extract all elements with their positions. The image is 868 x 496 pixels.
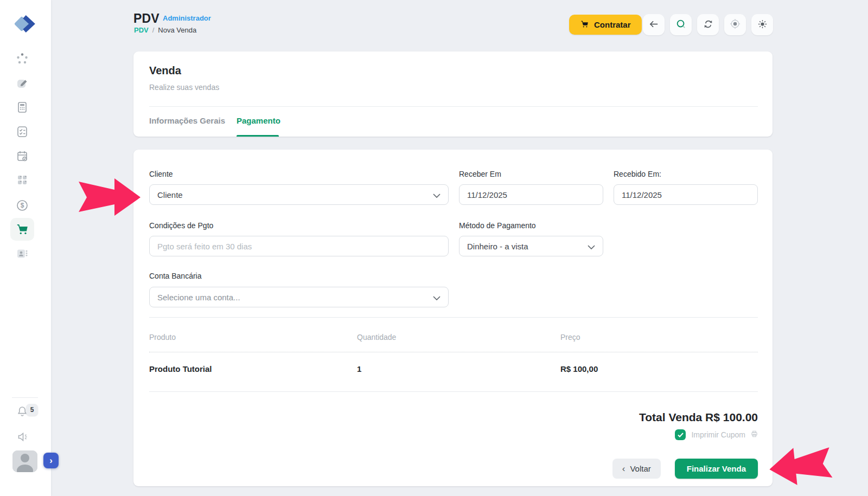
pagamento-form-card: Cliente Cliente Receber Em Recebido Em: … xyxy=(133,150,773,486)
form-actions: ‹ Voltar Finalizar Venda xyxy=(612,459,758,479)
col-header-produto: Produto xyxy=(149,333,176,342)
app-logo-icon[interactable] xyxy=(13,12,37,36)
cart-icon[interactable] xyxy=(10,218,34,241)
chevron-left-icon: ‹ xyxy=(622,463,626,474)
cart-icon xyxy=(580,20,589,30)
col-header-quantidade: Quantidade xyxy=(357,333,396,342)
recebido-em-label: Recebido Em: xyxy=(614,170,661,178)
cliente-select-value: Cliente xyxy=(157,190,183,199)
active-tab-underline xyxy=(237,135,279,137)
annotation-arrow-cliente xyxy=(79,176,141,218)
calendar-icon[interactable] xyxy=(12,146,33,166)
receber-em-input[interactable] xyxy=(459,184,603,205)
chevron-right-icon: › xyxy=(49,455,53,466)
svg-text:$: $ xyxy=(21,202,24,209)
hub-icon[interactable] xyxy=(12,48,33,69)
contact-icon[interactable] xyxy=(12,243,33,264)
calculator-icon[interactable] xyxy=(12,97,33,118)
role-badge: Administrador xyxy=(163,14,211,22)
cliente-label: Cliente xyxy=(149,170,173,178)
tab-pagamento[interactable]: Pagamento xyxy=(237,116,280,125)
search-button[interactable] xyxy=(670,14,692,35)
breadcrumb-root[interactable]: PDV xyxy=(134,26,149,34)
col-header-preco: Preço xyxy=(560,333,580,342)
dotted-divider xyxy=(149,352,758,352)
dollar-icon[interactable]: $ xyxy=(12,195,33,216)
refresh-button[interactable] xyxy=(697,14,719,35)
conta-bancaria-value: Selecione uma conta... xyxy=(157,293,240,302)
imprimir-cupom-checkbox[interactable] xyxy=(675,429,686,440)
conta-bancaria-select[interactable]: Selecione uma conta... xyxy=(149,287,449,307)
breadcrumb: PDV / Nova Venda xyxy=(134,26,196,34)
chevron-down-icon xyxy=(588,242,595,251)
sidebar: $ 5 xyxy=(0,0,51,496)
voltar-button[interactable]: ‹ Voltar xyxy=(612,459,661,479)
table-row-quantidade: 1 xyxy=(357,364,361,373)
breadcrumb-current: Nova Venda xyxy=(158,26,196,34)
checklist-icon[interactable] xyxy=(12,121,33,142)
divider xyxy=(149,106,758,107)
metodo-pagamento-select[interactable]: Dinheiro - a vista xyxy=(459,236,603,256)
target-button[interactable] xyxy=(724,14,746,35)
edit-icon[interactable] xyxy=(12,73,33,93)
breadcrumb-separator: / xyxy=(152,26,155,34)
metodo-pagamento-value: Dinheiro - a vista xyxy=(467,242,528,251)
notification-badge: 5 xyxy=(26,404,38,416)
megaphone-icon[interactable] xyxy=(12,427,33,447)
contratar-button[interactable]: Contratar xyxy=(569,15,642,35)
annotation-arrow-finalizar xyxy=(767,441,833,491)
brightness-button[interactable] xyxy=(751,14,773,35)
sidebar-expand-button[interactable]: › xyxy=(43,453,59,468)
imprimir-cupom-label: Imprimir Cupom xyxy=(691,430,745,439)
conta-bancaria-label: Conta Bancária xyxy=(149,272,202,280)
table-row-preco: R$ 100,00 xyxy=(560,364,598,373)
search-icon xyxy=(676,19,686,31)
divider xyxy=(149,391,758,392)
cliente-select[interactable]: Cliente xyxy=(149,184,449,205)
page-title: PDV xyxy=(133,11,159,26)
card-title: Venda xyxy=(149,65,181,77)
imprimir-cupom-row: Imprimir Cupom xyxy=(675,429,758,440)
contratar-label: Contratar xyxy=(594,20,631,29)
target-icon xyxy=(730,18,741,31)
condicoes-label: Condições de Pgto xyxy=(149,221,213,230)
back-button[interactable] xyxy=(643,14,665,35)
divider xyxy=(149,317,758,318)
venda-header-card: Venda Realize suas vendas Informações Ge… xyxy=(133,51,773,137)
recebido-em-input[interactable] xyxy=(614,184,758,205)
table-row-produto: Produto Tutorial xyxy=(149,364,212,373)
tab-informacoes-gerais[interactable]: Informações Gerais xyxy=(149,116,225,125)
metodo-pagamento-label: Método de Pagamento xyxy=(459,221,536,230)
card-subtitle: Realize suas vendas xyxy=(149,83,219,92)
brightness-icon xyxy=(757,19,768,31)
condicoes-input[interactable] xyxy=(149,236,449,256)
chevron-down-icon xyxy=(433,190,441,199)
printer-icon xyxy=(751,430,758,440)
total-venda: Total Venda R$ 100.00 xyxy=(639,411,758,424)
back-arrow-icon xyxy=(649,19,659,31)
grid-icon[interactable] xyxy=(12,170,33,190)
receber-em-label: Receber Em xyxy=(459,170,501,178)
avatar[interactable] xyxy=(12,450,37,472)
voltar-label: Voltar xyxy=(630,464,650,473)
refresh-icon xyxy=(703,19,713,31)
finalizar-venda-button[interactable]: Finalizar Venda xyxy=(675,459,758,479)
chevron-down-icon xyxy=(433,293,441,302)
sidebar-divider xyxy=(12,397,38,398)
